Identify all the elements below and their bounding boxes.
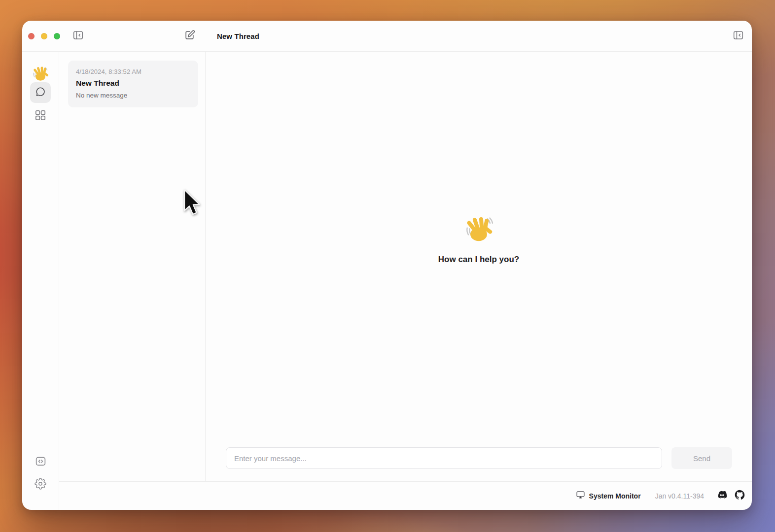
minimize-window-button[interactable] bbox=[41, 33, 47, 39]
discord-icon bbox=[716, 489, 728, 502]
toggle-left-panel-button[interactable] bbox=[72, 30, 84, 42]
traffic-lights bbox=[22, 33, 60, 39]
thread-timestamp: 4/18/2024, 8:33:52 AM bbox=[76, 68, 190, 75]
jan-logo-wave[interactable] bbox=[32, 66, 49, 82]
message-input[interactable] bbox=[226, 447, 662, 469]
pencil-square-icon bbox=[184, 29, 196, 43]
thread-title-header: New Thread bbox=[217, 32, 259, 40]
nav-hub-button[interactable] bbox=[30, 106, 51, 127]
system-monitor-label: System Monitor bbox=[589, 492, 641, 500]
chat-bubble-icon bbox=[35, 86, 46, 100]
monitor-icon bbox=[576, 490, 585, 501]
message-composer: Send bbox=[206, 447, 752, 481]
sidebar-collapse-icon bbox=[733, 30, 744, 43]
thread-list-item[interactable]: 4/18/2024, 8:33:52 AM New Thread No new … bbox=[68, 61, 198, 107]
settings-button[interactable] bbox=[30, 474, 51, 495]
sidebar-collapse-icon bbox=[72, 30, 84, 43]
titlebar: New Thread bbox=[22, 21, 752, 52]
zoom-window-button[interactable] bbox=[54, 33, 60, 39]
gear-icon bbox=[35, 478, 46, 492]
nav-threads-button[interactable] bbox=[30, 82, 51, 103]
github-link[interactable] bbox=[734, 491, 745, 501]
empty-thread-hero: How can I help you? bbox=[206, 52, 752, 447]
local-api-server-button[interactable] bbox=[30, 452, 51, 472]
code-square-icon bbox=[35, 455, 47, 469]
status-footer: System Monitor Jan v0.4.11-394 bbox=[59, 481, 752, 510]
system-monitor-button[interactable]: System Monitor bbox=[576, 490, 641, 501]
app-window: New Thread bbox=[22, 21, 752, 510]
window-body: 4/18/2024, 8:33:52 AM New Thread No new … bbox=[22, 52, 752, 510]
github-icon bbox=[734, 489, 745, 502]
thread-title: New Thread bbox=[76, 79, 190, 88]
send-button[interactable]: Send bbox=[671, 447, 732, 469]
thread-list-panel: 4/18/2024, 8:33:52 AM New Thread No new … bbox=[59, 52, 206, 481]
app-version-label: Jan v0.4.11-394 bbox=[655, 492, 704, 500]
create-new-thread-button[interactable] bbox=[184, 30, 196, 42]
close-window-button[interactable] bbox=[28, 33, 35, 39]
wave-hand-icon bbox=[464, 215, 493, 244]
icon-rail-sidebar bbox=[22, 52, 59, 510]
chat-main-panel: How can I help you? Send bbox=[206, 52, 752, 481]
toggle-right-panel-button[interactable] bbox=[732, 30, 744, 42]
greeting-text: How can I help you? bbox=[438, 255, 519, 265]
discord-link[interactable] bbox=[716, 491, 727, 501]
grid-icon bbox=[34, 109, 47, 124]
thread-last-message: No new message bbox=[76, 92, 190, 99]
